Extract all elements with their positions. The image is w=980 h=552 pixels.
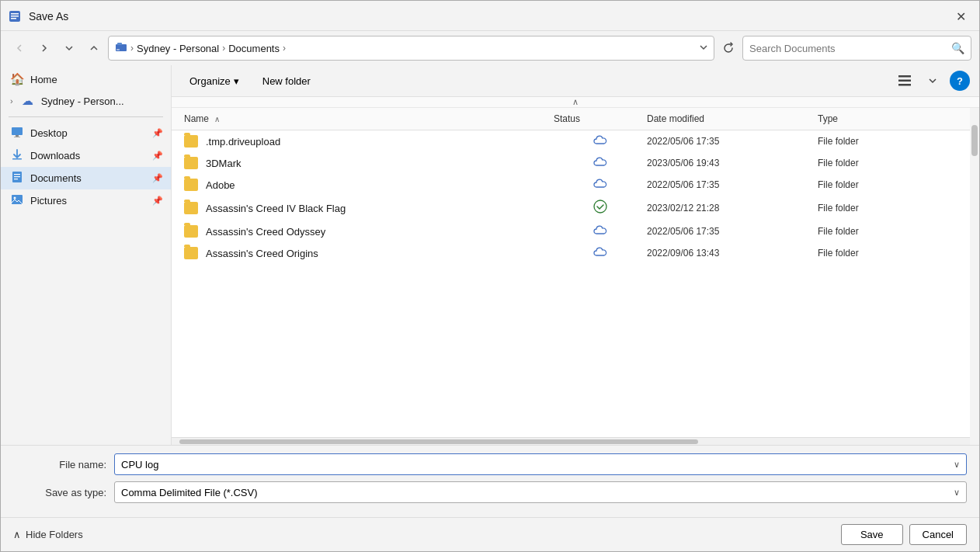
help-label: ? (957, 75, 963, 87)
breadcrumb-dropdown-button[interactable] (700, 43, 707, 54)
file-name-dropdown-arrow: ∨ (954, 460, 960, 470)
new-folder-button[interactable]: New folder (254, 71, 319, 91)
file-area-wrapper: Name ∧ Status Date modified Type (172, 108, 979, 445)
file-row-4[interactable]: Assassin's Creed Odyssey 2022/05/06 17:3… (172, 220, 970, 242)
file-name-input[interactable]: CPU log ∨ (114, 453, 967, 475)
file-row-0[interactable]: .tmp.driveupload 2022/05/06 17:35 File f… (172, 130, 970, 152)
svg-rect-5 (117, 43, 122, 45)
svg-rect-7 (12, 127, 23, 135)
file-name-cell-5: Assassin's Creed Origins (184, 247, 554, 259)
file-name-row: File name: CPU log ∨ (13, 453, 967, 475)
footer-buttons: Save Cancel (841, 524, 967, 545)
organize-dropdown-arrow: ▾ (234, 75, 239, 87)
view-options-button[interactable] (894, 70, 916, 92)
date-cell-0: 2022/05/06 17:35 (647, 136, 818, 147)
recent-locations-button[interactable] (58, 37, 80, 59)
pin-icon-pictures: 📌 (152, 196, 163, 206)
sidebar-pictures-label: Pictures (30, 195, 67, 207)
sidebar-item-documents[interactable]: Documents 📌 (1, 167, 171, 189)
col-header-date[interactable]: Date modified (647, 111, 818, 127)
title-bar-left: Save As (7, 9, 68, 24)
file-name-value: CPU log (121, 459, 158, 470)
search-input[interactable] (749, 43, 947, 54)
back-button[interactable] (9, 37, 30, 59)
horizontal-scrollbar[interactable] (172, 437, 970, 445)
desktop-icon (10, 126, 24, 141)
bottom-section: File name: CPU log ∨ Save as type: Comma… (1, 445, 979, 517)
date-cell-3: 2023/02/12 21:28 (647, 203, 818, 214)
breadcrumb-sep-3: › (283, 43, 286, 54)
sidebar-item-desktop[interactable]: Desktop 📌 (1, 122, 171, 144)
navigation-toolbar: › Sydney - Personal › Documents › 🔍 (1, 31, 979, 65)
organize-button[interactable]: Organize ▾ (181, 71, 248, 91)
svg-rect-18 (898, 80, 911, 82)
save-button[interactable]: Save (841, 524, 903, 545)
type-cell-2: File folder (818, 179, 957, 190)
file-list-container: Name ∧ Status Date modified Type (172, 108, 970, 445)
svg-rect-13 (14, 176, 20, 177)
forward-button[interactable] (33, 37, 55, 59)
search-box: 🔍 (742, 36, 971, 61)
breadcrumb-drive-icon (115, 41, 127, 56)
cancel-button[interactable]: Cancel (909, 524, 967, 545)
documents-icon (10, 171, 24, 186)
save-type-select[interactable]: Comma Delimited File (*.CSV) ∨ (114, 481, 967, 503)
search-icon: 🔍 (951, 42, 964, 54)
breadcrumb-sep-2: › (222, 43, 225, 54)
file-name-0: .tmp.driveupload (206, 136, 280, 148)
sidebar-sydney-label: Sydney - Person... (41, 95, 124, 107)
svg-rect-12 (14, 174, 20, 175)
file-name-label: File name: (13, 459, 114, 470)
action-bar: Organize ▾ New folder (172, 65, 979, 97)
vertical-scrollbar[interactable] (970, 108, 979, 445)
dialog-icon (7, 9, 23, 24)
file-name-cell-0: .tmp.driveupload (184, 135, 554, 148)
svg-rect-19 (898, 84, 911, 86)
file-row-3[interactable]: Assassin's Creed IV Black Flag (172, 196, 970, 220)
cloud-drive-icon: ☁ (21, 94, 35, 108)
file-row-1[interactable]: 3DMark 2023/05/06 19:43 File folder (172, 152, 970, 174)
file-row-5[interactable]: Assassin's Creed Origins 2022/09/06 13:4… (172, 242, 970, 264)
date-cell-2: 2022/05/06 17:35 (647, 179, 818, 190)
hide-folders-button[interactable]: ∧ Hide Folders (13, 529, 83, 540)
pin-icon-downloads: 📌 (152, 151, 163, 161)
sidebar-item-pictures[interactable]: Pictures 📌 (1, 189, 171, 212)
file-row-2[interactable]: Adobe 2022/05/06 17:35 File folder (172, 174, 970, 196)
col-header-name[interactable]: Name ∧ (184, 111, 554, 127)
cloud-status-icon-1 (593, 156, 607, 170)
main-panel: Organize ▾ New folder (172, 65, 979, 445)
refresh-button[interactable] (718, 37, 739, 59)
file-name-3: Assassin's Creed IV Black Flag (206, 203, 346, 214)
date-cell-4: 2022/05/06 17:35 (647, 226, 818, 237)
sort-up-arrow: ∧ (572, 97, 579, 107)
svg-rect-6 (116, 49, 120, 50)
sidebar-item-downloads[interactable]: Downloads 📌 (1, 144, 171, 167)
check-status-icon-3 (593, 200, 607, 217)
content-area: 🏠 Home › ☁ Sydney - Person... (1, 65, 979, 445)
sidebar-documents-label: Documents (30, 172, 82, 184)
col-header-status[interactable]: Status (554, 111, 647, 127)
col-header-type[interactable]: Type (818, 111, 957, 127)
breadcrumb-item-2[interactable]: Documents (228, 43, 280, 54)
help-button[interactable]: ? (950, 71, 970, 91)
view-dropdown-button[interactable] (922, 70, 944, 92)
close-button[interactable]: ✕ (950, 5, 971, 27)
v-scroll-thumb[interactable] (971, 125, 978, 156)
new-folder-label: New folder (262, 75, 311, 87)
breadcrumb-bar[interactable]: › Sydney - Personal › Documents › (108, 36, 714, 61)
folder-icon-5 (184, 247, 198, 259)
status-cell-5 (554, 246, 647, 260)
sidebar-item-sydney[interactable]: › ☁ Sydney - Person... (1, 90, 171, 112)
cloud-status-icon-5 (593, 246, 607, 260)
date-cell-1: 2023/05/06 19:43 (647, 158, 818, 168)
file-list: .tmp.driveupload 2022/05/06 17:35 File f… (172, 130, 970, 437)
svg-rect-14 (14, 179, 18, 179)
up-button[interactable] (83, 37, 105, 59)
pin-icon-desktop: 📌 (152, 128, 163, 138)
pin-icon-documents: 📌 (152, 173, 163, 183)
hide-folders-arrow: ∧ (13, 529, 21, 540)
breadcrumb-item-1[interactable]: Sydney - Personal (137, 43, 219, 54)
sidebar-item-home[interactable]: 🏠 Home (1, 68, 171, 90)
h-scroll-thumb[interactable] (179, 439, 698, 444)
breadcrumb-sep-1: › (130, 43, 134, 54)
